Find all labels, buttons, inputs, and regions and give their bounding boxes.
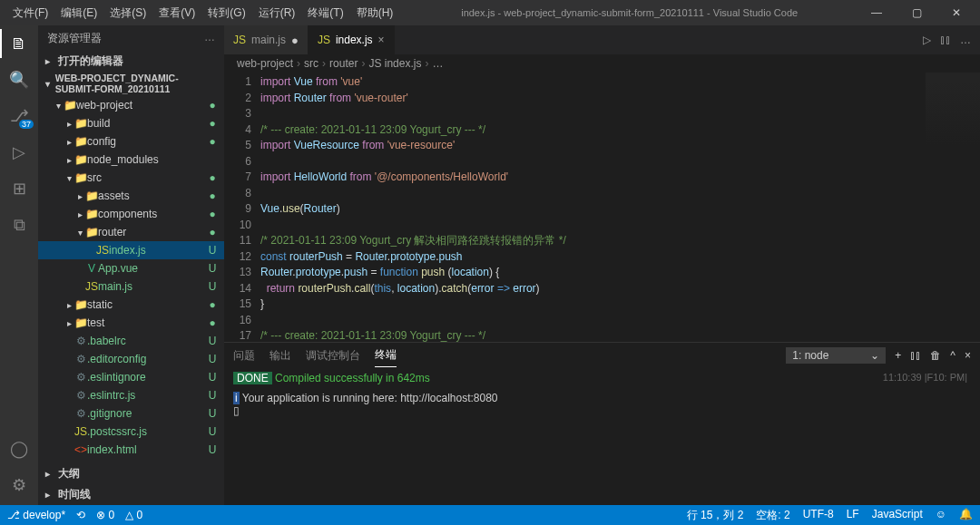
- tree-row[interactable]: ▸📁config●: [38, 132, 224, 151]
- status-branch[interactable]: ⎇ develop*: [7, 509, 65, 521]
- status-warnings[interactable]: △ 0: [125, 509, 142, 521]
- search-icon[interactable]: 🔍: [8, 69, 30, 91]
- minimap[interactable]: [926, 73, 980, 163]
- panel-tab[interactable]: 问题: [233, 345, 255, 367]
- breadcrumb-item[interactable]: JS index.js: [368, 57, 421, 70]
- menu-item[interactable]: 文件(F): [7, 2, 54, 24]
- tree-row[interactable]: VApp.vueU: [38, 259, 224, 277]
- file-icon: 📁: [74, 153, 87, 166]
- breadcrumb-item[interactable]: web-project: [237, 57, 293, 70]
- minimize-button[interactable]: —: [860, 6, 893, 19]
- status-feedback[interactable]: ☺: [936, 508, 946, 523]
- file-icon: 📁: [74, 117, 87, 130]
- outline-section[interactable]: ▸大纲: [38, 463, 224, 484]
- editor-area: JSmain.js●JSindex.js×▷⫿⫿… web-project›sr…: [224, 25, 980, 505]
- file-icon: 📁: [85, 190, 98, 202]
- status-cursor[interactable]: 行 15，列 2: [687, 508, 744, 523]
- panel-action-icon[interactable]: ⫿⫿: [910, 349, 921, 362]
- panel-action-icon[interactable]: 🗑: [930, 349, 941, 362]
- status-eol[interactable]: LF: [847, 508, 859, 523]
- account-icon[interactable]: ◯: [8, 438, 30, 460]
- run-debug-icon[interactable]: ▷: [8, 141, 30, 163]
- panel-tab[interactable]: 输出: [270, 345, 291, 367]
- close-button[interactable]: ✕: [940, 6, 973, 19]
- file-icon: JS: [85, 280, 98, 293]
- file-icon: V: [85, 262, 98, 275]
- file-icon: 📁: [74, 316, 87, 329]
- tree-row[interactable]: ▸📁test●: [38, 314, 224, 332]
- tree-row[interactable]: ▾📁src●: [38, 169, 224, 187]
- editor-tab[interactable]: JSmain.js●: [224, 25, 309, 54]
- tree-row[interactable]: ⚙.eslintignoreU: [38, 368, 224, 386]
- tree-row[interactable]: ⚙.editorconfigU: [38, 350, 224, 368]
- tree-row[interactable]: ▾📁router●: [38, 223, 224, 241]
- maximize-button[interactable]: ▢: [900, 6, 933, 19]
- tree-row[interactable]: JSindex.jsU: [38, 241, 224, 259]
- tree-row[interactable]: ▸📁build●: [38, 114, 224, 132]
- folder-root-section[interactable]: ▾WEB-PROJECT_DYNAMIC-SUBMIT-FORM_2021011…: [38, 71, 224, 96]
- panel-action-icon[interactable]: +: [895, 349, 901, 362]
- status-encoding[interactable]: UTF-8: [803, 508, 834, 523]
- code-content[interactable]: import Vue from 'vue'import Router from …: [260, 73, 980, 342]
- menu-item[interactable]: 运行(R): [253, 2, 301, 24]
- file-icon: <>: [74, 443, 87, 456]
- editor-tab[interactable]: JSindex.js×: [309, 25, 395, 54]
- menu-item[interactable]: 选择(S): [104, 2, 152, 24]
- tree-row[interactable]: ⚙.eslintrc.jsU: [38, 386, 224, 404]
- file-icon: ⚙: [74, 371, 87, 384]
- breadcrumb[interactable]: web-project›src›router›JS index.js›…: [224, 54, 980, 73]
- tree-row[interactable]: ▸📁static●: [38, 296, 224, 314]
- source-control-icon[interactable]: ⎇37: [8, 105, 30, 127]
- status-lang[interactable]: JavaScript: [872, 508, 923, 523]
- tree-row[interactable]: ▸📁components●: [38, 205, 224, 223]
- activity-bar: 🗎 🔍 ⎇37 ▷ ⊞ ⧉ ◯ ⚙: [0, 25, 38, 505]
- tree-row[interactable]: JSmain.jsU: [38, 277, 224, 296]
- window-title: index.js - web-project_dynamic-submit-fo…: [398, 7, 860, 18]
- file-icon: 📁: [64, 99, 76, 112]
- file-icon: 📁: [85, 226, 98, 238]
- settings-gear-icon[interactable]: ⚙: [8, 474, 30, 496]
- breadcrumb-item[interactable]: …: [432, 57, 443, 70]
- breadcrumb-item[interactable]: src: [304, 57, 318, 70]
- remote-icon[interactable]: ⧉: [8, 214, 30, 236]
- tree-row[interactable]: ▾📁web-project●: [38, 96, 224, 114]
- tree-row[interactable]: JS.postcssrc.jsU: [38, 423, 224, 441]
- window-controls: — ▢ ✕: [860, 6, 973, 19]
- terminal-cursor: ▯: [233, 404, 971, 417]
- tab-action-icon[interactable]: …: [960, 34, 971, 46]
- tab-action-icon[interactable]: ⫿⫿: [940, 34, 951, 46]
- panel-tab[interactable]: 终端: [375, 344, 397, 367]
- explorer-icon[interactable]: 🗎: [8, 33, 30, 54]
- menu-item[interactable]: 转到(G): [202, 2, 250, 24]
- file-icon: JS: [96, 244, 109, 257]
- breadcrumb-item[interactable]: router: [329, 57, 358, 70]
- tree-row[interactable]: ▸📁node_modules: [38, 151, 224, 169]
- tab-action-icon[interactable]: ▷: [923, 34, 931, 46]
- editor-body[interactable]: 1234567891011121314151617181920212223 im…: [224, 73, 980, 342]
- tree-row[interactable]: ▸📁assets●: [38, 187, 224, 205]
- js-icon: JS: [233, 34, 246, 46]
- status-errors[interactable]: ⊗ 0: [96, 509, 114, 521]
- file-icon: 📁: [74, 135, 87, 148]
- sidebar-more-icon[interactable]: …: [204, 31, 215, 46]
- tree-row[interactable]: ⚙.babelrcU: [38, 332, 224, 350]
- terminal-body[interactable]: 11:10:39 |F10: PM| DONE Compiled success…: [224, 368, 980, 505]
- tree-row[interactable]: ⚙.gitignoreU: [38, 404, 224, 423]
- timeline-section[interactable]: ▸时间线: [38, 484, 224, 505]
- status-sync[interactable]: ⟲: [76, 509, 85, 521]
- panel-action-icon[interactable]: ^: [950, 349, 956, 362]
- menu-item[interactable]: 编辑(E): [55, 2, 103, 24]
- menu-item[interactable]: 帮助(H): [351, 2, 399, 24]
- terminal-select[interactable]: 1: node⌄: [786, 347, 886, 364]
- file-tree[interactable]: ▾📁web-project●▸📁build●▸📁config●▸📁node_mo…: [38, 96, 224, 463]
- status-spaces[interactable]: 空格: 2: [756, 508, 789, 523]
- close-tab-icon[interactable]: ×: [378, 34, 385, 46]
- panel-action-icon[interactable]: ×: [965, 349, 971, 362]
- panel-tab[interactable]: 调试控制台: [306, 345, 360, 367]
- menu-item[interactable]: 查看(V): [153, 2, 201, 24]
- tree-row[interactable]: <>index.htmlU: [38, 441, 224, 459]
- open-editors-section[interactable]: ▸打开的编辑器: [38, 52, 224, 71]
- menu-item[interactable]: 终端(T): [302, 2, 348, 24]
- extensions-icon[interactable]: ⊞: [8, 178, 30, 199]
- status-bell[interactable]: 🔔: [959, 508, 973, 523]
